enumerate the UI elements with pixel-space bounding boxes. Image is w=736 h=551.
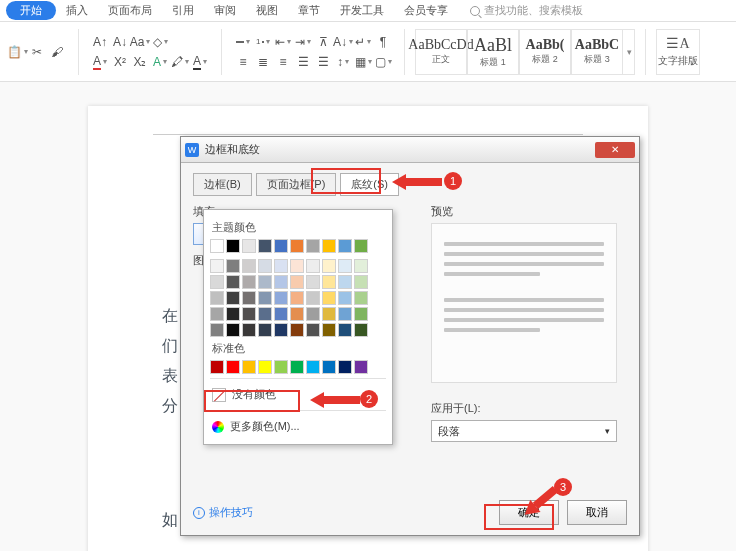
color-swatch[interactable]	[274, 259, 288, 273]
more-colors-item[interactable]: 更多颜色(M)...	[210, 415, 386, 438]
color-swatch[interactable]	[306, 275, 320, 289]
tab-page-border[interactable]: 页面边框(P)	[256, 173, 337, 196]
tab-start[interactable]: 开始	[6, 1, 56, 20]
color-swatch[interactable]	[354, 360, 368, 374]
color-swatch[interactable]	[338, 323, 352, 337]
tab-stops-icon[interactable]: ⊼	[316, 35, 330, 49]
color-swatch[interactable]	[322, 259, 336, 273]
tab-border[interactable]: 边框(B)	[193, 173, 252, 196]
color-swatch[interactable]	[322, 239, 336, 253]
color-swatch[interactable]	[338, 307, 352, 321]
cut-icon[interactable]: ✂	[30, 45, 44, 59]
indent-left-icon[interactable]: ⇤	[276, 35, 290, 49]
applyto-combo[interactable]: 段落	[431, 420, 617, 442]
shading-icon[interactable]: ▦	[356, 55, 370, 69]
color-swatch[interactable]	[290, 275, 304, 289]
color-swatch[interactable]	[258, 291, 272, 305]
bullets-icon[interactable]	[236, 35, 250, 49]
paste-dropdown[interactable]: 📋	[10, 45, 24, 59]
style-h1[interactable]: AaBl 标题 1	[467, 29, 519, 75]
align-center-icon[interactable]: ≣	[256, 55, 270, 69]
color-swatch[interactable]	[322, 360, 336, 374]
color-swatch[interactable]	[354, 291, 368, 305]
color-swatch[interactable]	[210, 259, 224, 273]
color-swatch[interactable]	[354, 259, 368, 273]
color-swatch[interactable]	[210, 323, 224, 337]
color-swatch[interactable]	[338, 291, 352, 305]
numbering-icon[interactable]	[256, 35, 270, 49]
color-swatch[interactable]	[242, 360, 256, 374]
format-painter-icon[interactable]: 🖌	[50, 45, 64, 59]
change-case-icon[interactable]: Aa	[133, 35, 147, 49]
reveal-icon[interactable]: ↵	[356, 35, 370, 49]
color-swatch[interactable]	[258, 259, 272, 273]
color-swatch[interactable]	[258, 323, 272, 337]
color-swatch[interactable]	[242, 323, 256, 337]
tab-dev[interactable]: 开发工具	[330, 1, 394, 20]
ok-button[interactable]: 确定	[499, 500, 559, 525]
color-swatch[interactable]	[306, 323, 320, 337]
tab-layout[interactable]: 页面布局	[98, 1, 162, 20]
line-spacing-icon[interactable]: ↕	[336, 55, 350, 69]
color-swatch[interactable]	[242, 259, 256, 273]
ribbon-search[interactable]: 查找功能、搜索模板	[470, 3, 583, 18]
color-swatch[interactable]	[226, 307, 240, 321]
style-h3[interactable]: AaBbC 标题 3	[571, 29, 623, 75]
tab-vip[interactable]: 会员专享	[394, 1, 458, 20]
text-effects-icon[interactable]: A	[153, 55, 167, 69]
color-swatch[interactable]	[242, 291, 256, 305]
tab-insert[interactable]: 插入	[56, 1, 98, 20]
tab-review[interactable]: 审阅	[204, 1, 246, 20]
text-arrange-button[interactable]: ☰A 文字排版	[656, 29, 700, 75]
color-swatch[interactable]	[322, 291, 336, 305]
color-swatch[interactable]	[338, 259, 352, 273]
sort-icon[interactable]: A↓	[336, 35, 350, 49]
color-swatch[interactable]	[274, 360, 288, 374]
dialog-titlebar[interactable]: W 边框和底纹 ✕	[181, 137, 639, 163]
color-swatch[interactable]	[290, 239, 304, 253]
color-swatch[interactable]	[290, 360, 304, 374]
color-swatch[interactable]	[242, 307, 256, 321]
color-swatch[interactable]	[258, 360, 272, 374]
borders-icon[interactable]: ▢	[376, 55, 390, 69]
tab-shading[interactable]: 底纹(S)	[340, 173, 399, 196]
close-button[interactable]: ✕	[595, 142, 635, 158]
color-swatch[interactable]	[210, 360, 224, 374]
color-swatch[interactable]	[290, 307, 304, 321]
color-swatch[interactable]	[258, 239, 272, 253]
align-left-icon[interactable]: ≡	[236, 55, 250, 69]
color-swatch[interactable]	[290, 259, 304, 273]
color-swatch[interactable]	[226, 275, 240, 289]
shrink-font-icon[interactable]: A↓	[113, 35, 127, 49]
align-dist-icon[interactable]: ☰	[316, 55, 330, 69]
color-swatch[interactable]	[354, 323, 368, 337]
align-right-icon[interactable]: ≡	[276, 55, 290, 69]
color-swatch[interactable]	[290, 323, 304, 337]
tab-view[interactable]: 视图	[246, 1, 288, 20]
color-swatch[interactable]	[258, 275, 272, 289]
clear-format-icon[interactable]: ◇	[153, 35, 167, 49]
color-swatch[interactable]	[338, 360, 352, 374]
color-swatch[interactable]	[306, 307, 320, 321]
color-swatch[interactable]	[242, 275, 256, 289]
color-swatch[interactable]	[242, 239, 256, 253]
tab-section[interactable]: 章节	[288, 1, 330, 20]
indent-right-icon[interactable]: ⇥	[296, 35, 310, 49]
color-swatch[interactable]	[226, 360, 240, 374]
color-swatch[interactable]	[306, 259, 320, 273]
color-swatch[interactable]	[210, 291, 224, 305]
color-swatch[interactable]	[274, 239, 288, 253]
color-swatch[interactable]	[226, 259, 240, 273]
color-swatch[interactable]	[210, 307, 224, 321]
cancel-button[interactable]: 取消	[567, 500, 627, 525]
color-swatch[interactable]	[210, 275, 224, 289]
color-swatch[interactable]	[290, 291, 304, 305]
color-swatch[interactable]	[274, 275, 288, 289]
color-swatch[interactable]	[226, 323, 240, 337]
color-swatch[interactable]	[226, 239, 240, 253]
color-swatch[interactable]	[354, 275, 368, 289]
font-color2-icon[interactable]: A	[193, 55, 207, 69]
styles-more[interactable]: ▾	[623, 29, 635, 75]
color-swatch[interactable]	[322, 307, 336, 321]
color-swatch[interactable]	[274, 307, 288, 321]
